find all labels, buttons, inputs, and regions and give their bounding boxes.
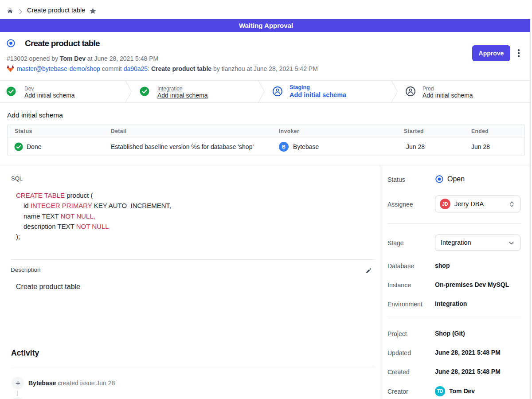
- svg-text:B: B: [282, 144, 286, 149]
